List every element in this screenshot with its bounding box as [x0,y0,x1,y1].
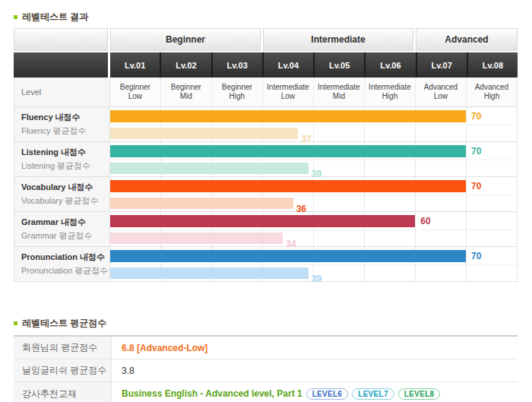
section-title-text: 레벨테스트 평균점수 [22,317,106,330]
vocabulary-my-value: 70 [471,181,481,192]
green-bullet-icon [14,15,17,19]
grammar-avg-value: 34 [286,239,296,249]
pronunciation-my-value: 70 [471,251,481,261]
level-header-lv03: Lv.03 [211,52,262,78]
group-header-row: Beginner Intermediate Advanced [14,28,518,51]
level6-badge: LEVEL6 [306,388,349,400]
level-header-lv07: Lv.07 [416,52,467,78]
vocabulary-my-bar [110,180,466,192]
level-header-lv02: Lv.02 [160,52,211,78]
result-section-title: 레벨테스트 결과 [14,11,518,23]
member-average-label: 회원님의 평균점수 [14,337,112,359]
level-name-1: BeginnerLow [110,78,160,106]
recommended-textbook-label: 강사추천교재 [14,382,112,402]
group-header-spacer [14,28,108,51]
grammar-my-label: Grammar 내점수 [21,217,109,228]
grammar-my-bar [110,215,415,227]
grammar-row: Grammar 내점수 Grammar 평균점수 60 34 [14,211,517,246]
fluency-avg-label: Fluency 평균점수 [21,125,109,137]
pronunciation-avg-bar [110,267,309,279]
vocabulary-row: Vocabulary 내점수 Vocabulary 평균점수 70 36 [14,176,517,211]
member-average-value: 6.8 [Advanced-Low] [112,337,518,359]
level-name-8: AdvancedHigh [466,78,517,106]
site-average-row: 닐잉글리쉬 평균점수 3.8 [14,359,518,382]
pronunciation-avg-label: Pronunciation 평균점수 [21,265,109,277]
listening-my-value: 70 [471,146,481,157]
average-score-table: 회원님의 평균점수 6.8 [Advanced-Low] 닐잉글리쉬 평균점수 … [14,335,518,402]
listening-my-bar [110,145,466,157]
pronunciation-avg-value: 39 [312,274,321,284]
vocabulary-my-label: Vocabulary 내점수 [21,182,109,193]
level-name-7: AdvancedLow [415,78,466,106]
level-name-row: Level BeginnerLow BeginnerMid BeginnerHi… [14,78,518,106]
group-header-beginner: Beginner [110,28,261,51]
level-header-lv06: Lv.06 [364,52,415,78]
level-row-label: Level [14,78,110,106]
level-test-table: Beginner Intermediate Advanced Lv.01 Lv.… [14,28,518,282]
level-header-lv04: Lv.04 [262,52,313,78]
level-name-3: BeginnerHigh [211,78,262,106]
level-header-row: Lv.01 Lv.02 Lv.03 Lv.04 Lv.05 Lv.06 Lv.0… [14,52,518,78]
level-header-spacer [14,52,108,78]
recommended-textbook-row: 강사추천교재 Business English - Advanced level… [14,382,518,402]
listening-row: Listening 내점수 Listening 평균점수 70 39 [14,141,517,176]
level-header-lv05: Lv.05 [313,52,364,78]
site-average-value: 3.8 [112,359,518,381]
level7-badge: LEVEL7 [352,388,394,400]
level-header-cells: Lv.01 Lv.02 Lv.03 Lv.04 Lv.05 Lv.06 Lv.0… [110,52,518,78]
recommended-textbook-value: Business English - Advanced level, Part … [112,382,518,402]
vocabulary-avg-label: Vocabulary 평균점수 [21,195,109,207]
level-test-report: 레벨테스트 결과 Beginner Intermediate Advanced … [0,0,532,402]
level-name-6: IntermediateHigh [364,78,415,106]
average-section-title: 레벨테스트 평균점수 [14,317,518,329]
group-header-intermediate: Intermediate [263,28,413,51]
listening-avg-value: 39 [312,169,321,179]
pronunciation-my-label: Pronunciation 내점수 [21,252,109,263]
fluency-my-value: 70 [471,111,481,122]
level-header-lv01: Lv.01 [110,52,160,78]
level-name-5: IntermediateMid [313,78,364,106]
listening-my-label: Listening 내점수 [21,147,109,158]
level-name-4: IntermediateLow [262,78,313,106]
pronunciation-my-bar [110,250,466,262]
fluency-avg-bar [110,128,299,139]
textbook-title: Business English - Advanced level, Part … [122,388,302,399]
vocabulary-avg-bar [110,198,293,209]
listening-avg-bar [110,163,309,174]
vocabulary-avg-value: 36 [296,204,306,214]
fluency-my-bar [110,110,466,122]
listening-avg-label: Listening 평균점수 [21,160,109,172]
section-title-text: 레벨테스트 결과 [22,11,88,24]
level-header-lv08: Lv.08 [467,52,518,78]
pronunciation-row: Pronunciation 내점수 Pronunciation 평균점수 70 … [14,246,517,281]
green-bullet-icon [14,321,17,325]
grammar-my-value: 60 [420,216,430,226]
fluency-my-label: Fluency 내점수 [21,112,109,123]
level8-badge: LEVEL8 [398,388,441,400]
level-name-2: BeginnerMid [160,78,211,106]
fluency-avg-value: 37 [301,134,311,144]
grammar-avg-label: Grammar 평균점수 [21,230,109,242]
site-average-label: 닐잉글리쉬 평균점수 [14,359,112,381]
fluency-row: Fluency 내점수 Fluency 평균점수 70 37 [14,106,517,141]
member-average-row: 회원님의 평균점수 6.8 [Advanced-Low] [14,337,518,359]
score-rows: Fluency 내점수 Fluency 평균점수 70 37 Listening… [14,106,518,282]
grammar-avg-bar [110,233,283,244]
group-header-advanced: Advanced [416,28,518,51]
level-name-cells: BeginnerLow BeginnerMid BeginnerHigh Int… [110,78,517,106]
